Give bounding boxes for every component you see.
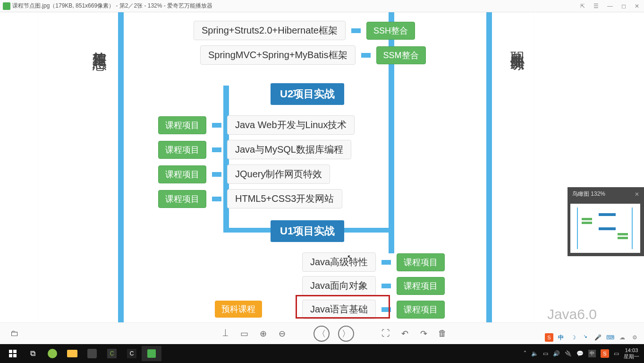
connector — [212, 123, 221, 128]
rotate-left-icon[interactable]: ↶ — [399, 328, 410, 339]
green-mid4: 课程项目 — [158, 190, 206, 208]
sogou-icon[interactable]: S — [545, 333, 553, 342]
ime-keyboard-icon[interactable]: ⌨ — [605, 333, 615, 342]
sublime-icon[interactable] — [82, 346, 102, 361]
green-ssh: SSH整合 — [366, 22, 415, 40]
tray-msg-icon[interactable]: 💬 — [576, 350, 584, 357]
green-mid3: 课程项目 — [158, 165, 206, 183]
precourse-row: 预科课程 — [215, 301, 262, 318]
left-spine — [118, 12, 124, 322]
tray-up-icon[interactable]: ˄ — [524, 350, 526, 357]
ime-bar: S 中 ☽ '• 🎤 ⌨ ☁ ⚙ — [545, 332, 639, 343]
minimize-icon[interactable]: — — [605, 3, 615, 9]
browser-icon[interactable] — [42, 346, 62, 361]
delete-icon[interactable]: 🗑 — [437, 328, 448, 339]
green-ssm: SSM整合 — [376, 46, 426, 64]
connector — [381, 284, 391, 288]
app-icon — [3, 2, 10, 10]
ime-punct-icon[interactable]: '• — [581, 333, 590, 342]
grey-bot2: Java面向对象 — [302, 276, 376, 295]
maximize-icon[interactable]: ◻ — [619, 3, 628, 9]
next-button[interactable]: 〉 — [338, 326, 354, 342]
tray-sound-icon[interactable]: 🔊 — [553, 350, 560, 357]
tray-sogou-icon[interactable]: S — [601, 349, 609, 358]
precourse-tag: 预科课程 — [215, 301, 262, 318]
row-mid2: 课程项目 Java与MySQL数据库编程 — [158, 140, 351, 159]
green-bot3: 课程项目 — [397, 301, 445, 319]
tray-network-icon[interactable]: ▭ — [543, 350, 548, 357]
green-mid2: 课程项目 — [158, 141, 206, 159]
crop-icon[interactable]: ⟘ — [220, 328, 230, 339]
row-mid4: 课程项目 HTML5+CSS3开发网站 — [158, 189, 342, 208]
clock-time: 14:03 — [624, 347, 639, 354]
titlebar: 课程节点图.jpg（179KB, 851x669像素） - 第2／2张 - 13… — [0, 0, 644, 12]
row-mid3: 课程项目 JQuery制作网页特效 — [158, 164, 330, 184]
zoom-out-icon[interactable]: ⊖ — [277, 328, 287, 339]
grey-bot1: Java高级特性 — [302, 252, 376, 272]
tray-ime-icon[interactable]: 中 — [588, 350, 596, 357]
connector — [212, 172, 221, 177]
thumbnail-image[interactable] — [570, 204, 640, 253]
connector — [381, 307, 391, 312]
tray-action-icon[interactable]: ▭ — [614, 350, 619, 357]
version-text: Java6.0 — [547, 306, 597, 322]
tray-volume-icon[interactable]: 🔈 — [531, 350, 538, 357]
clock[interactable]: 14:03 星期一 — [624, 347, 639, 360]
system-tray: ˄ 🔈 ▭ 🔊 🔌 💬 中 S ▭ 14:03 星期一 — [524, 347, 641, 360]
pin-icon[interactable]: ⇱ — [578, 3, 587, 9]
connector — [212, 197, 221, 201]
grey-mid1: Java Web开发与Linux技术 — [227, 115, 355, 135]
close-icon[interactable]: ✕ — [633, 3, 641, 9]
connector — [212, 147, 221, 152]
prev-button[interactable]: 〈 — [314, 326, 330, 342]
taskview-icon[interactable]: ⧉ — [23, 346, 42, 361]
row-mid1: 课程项目 Java Web开发与Linux技术 — [158, 115, 355, 135]
rotate-right-icon[interactable]: ↷ — [418, 328, 429, 339]
left-vertical-text: 软件工程思想 — [90, 41, 109, 46]
grey-mid4: HTML5+CSS3开发网站 — [227, 189, 342, 208]
ime-cloud-icon[interactable]: ☁ — [618, 333, 627, 342]
green-mid1: 课程项目 — [158, 116, 206, 134]
right-vertical-text: 职业导向训练 — [508, 41, 527, 46]
grey-mid3: JQuery制作网页特效 — [227, 164, 330, 184]
connector — [361, 53, 371, 58]
row-bot3: Java语言基础 课程项目 — [302, 300, 445, 319]
clock-day: 星期一 — [624, 354, 639, 360]
tray-power-icon[interactable]: 🔌 — [565, 350, 572, 357]
connector — [381, 260, 391, 265]
ime-zhong-icon[interactable]: 中 — [556, 333, 566, 342]
thumbnail-header: 鸟瞰图 132% ✕ — [568, 187, 644, 201]
menu-icon[interactable]: ☰ — [592, 3, 601, 9]
right-spine — [486, 12, 492, 322]
u1-header-row: U1项目实战 — [271, 220, 344, 242]
thumbnail-label: 鸟瞰图 132% — [572, 190, 605, 198]
grey-ssm: SpringMVC+Spring+MyBatis框架 — [200, 45, 356, 65]
active-app-icon[interactable] — [142, 346, 161, 361]
taskbar: ⧉ C C ˄ 🔈 ▭ 🔊 🔌 💬 中 S ▭ 14:03 星期一 — [0, 344, 644, 363]
fullscreen-icon[interactable]: ⛶ — [381, 328, 391, 339]
fit-icon[interactable]: ▭ — [239, 328, 249, 339]
green-bot2: 课程项目 — [397, 277, 445, 295]
content-area: 软件工程思想 职业导向训练 Spring+Struts2.0+Hibernate… — [0, 12, 644, 322]
archive-icon[interactable]: 🗀 — [9, 328, 20, 339]
thumbnail-close-icon[interactable]: ✕ — [635, 191, 639, 198]
u2-header-row: U2项目实战 — [271, 83, 344, 105]
u1-header: U1项目实战 — [271, 220, 344, 242]
ime-mic-icon[interactable]: 🎤 — [593, 333, 602, 342]
green-bot1: 课程项目 — [397, 253, 445, 271]
thumbnail-panel[interactable]: 鸟瞰图 132% ✕ — [568, 187, 644, 256]
u2-header: U2项目实战 — [271, 83, 344, 105]
ime-moon-icon[interactable]: ☽ — [568, 333, 578, 342]
camtasia-icon[interactable]: C — [102, 346, 122, 361]
connector — [351, 28, 361, 33]
camtasia2-icon[interactable]: C — [122, 346, 142, 361]
row-bot2: Java面向对象 课程项目 — [302, 276, 445, 295]
start-button[interactable] — [3, 346, 23, 361]
window-title: 课程节点图.jpg（179KB, 851x669像素） - 第2／2张 - 13… — [12, 2, 578, 10]
zoom-in-icon[interactable]: ⊕ — [258, 328, 268, 339]
row-ssh: Spring+Struts2.0+Hibernate框架 SSH整合 — [194, 21, 415, 40]
ime-settings-icon[interactable]: ⚙ — [630, 333, 639, 342]
row-ssm: SpringMVC+Spring+MyBatis框架 SSM整合 — [200, 45, 426, 65]
grey-mid2: Java与MySQL数据库编程 — [227, 140, 351, 159]
explorer-icon[interactable] — [62, 346, 82, 361]
